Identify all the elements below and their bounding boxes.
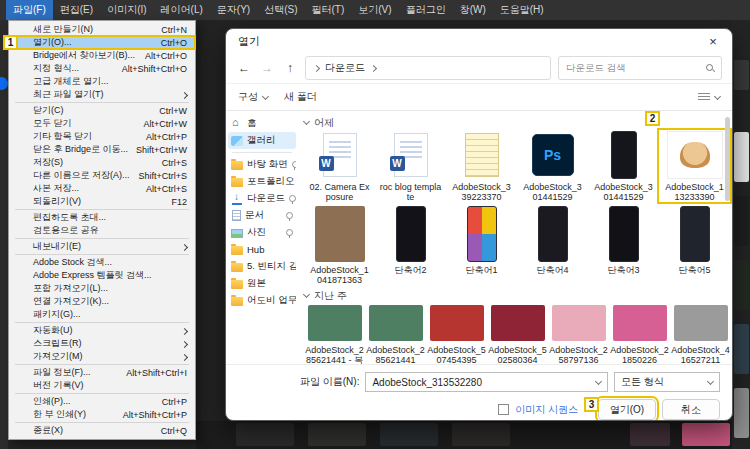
file-tile[interactable]: AdobeStock_113233390 — [659, 130, 730, 202]
sidebar-item[interactable]: 바탕 화면 — [228, 156, 296, 173]
menu-item[interactable]: 포함 가져오기(L)... — [9, 282, 195, 295]
menu-item[interactable] — [15, 209, 189, 210]
up-icon[interactable] — [282, 61, 298, 75]
menu-item[interactable]: 스크립트(R) — [9, 337, 195, 350]
menu-item[interactable]: Adobe Stock 검색... — [9, 256, 195, 269]
menubar-item[interactable]: 레이어(L) — [154, 0, 210, 20]
file-tile[interactable]: 단축어1 — [446, 205, 517, 285]
group-header-last-week[interactable]: 지난 주 — [304, 288, 724, 303]
sidebar-item[interactable]: 5. 빈티지 감지 파 — [228, 258, 296, 275]
menu-item[interactable] — [15, 102, 189, 103]
menu-item[interactable]: 최근 파일 열기(T) — [9, 88, 195, 101]
file-tile[interactable]: AdobeStock_507454395 — [426, 303, 487, 365]
open-button[interactable]: 열기(O) — [598, 399, 656, 420]
menu-item[interactable]: 닫은 후 Bridge로 이동... Shift+Ctrl+W — [9, 143, 195, 156]
file-tile[interactable]: AdobeStock_285621441 - 복사본 — [304, 303, 365, 365]
menu-item[interactable]: 검토용으로 공유 — [9, 224, 195, 237]
sidebar-item[interactable]: 어도비 업무 — [228, 292, 296, 309]
menu-item[interactable]: 기타 항목 닫기 Alt+Ctrl+P — [9, 130, 195, 143]
menu-item[interactable]: 종료(X) Ctrl+Q — [9, 424, 195, 437]
menu-item[interactable]: 열기(O)... Ctrl+O — [9, 36, 195, 49]
filetype-select[interactable]: 모든 형식 — [614, 372, 720, 392]
gallery-icon — [231, 136, 243, 146]
file-tile[interactable]: roc blog template — [375, 130, 446, 202]
menu-item[interactable]: 새로 만들기(N) Ctrl+N — [9, 23, 195, 36]
menu-item[interactable]: 되돌리기(V) F12 — [9, 195, 195, 208]
sidebar-item[interactable]: 홈 — [228, 115, 296, 132]
menu-item[interactable] — [15, 322, 189, 323]
menubar-item[interactable]: 플러그인 — [399, 0, 453, 20]
file-tile[interactable]: 02. Camera Exposure — [304, 130, 375, 202]
menubar-item[interactable]: 편집(E) — [53, 0, 100, 20]
menu-item[interactable]: 모두 닫기 Alt+Ctrl+W — [9, 117, 195, 130]
forward-icon[interactable] — [259, 61, 275, 75]
menu-item[interactable]: 연결 가져오기(K)... — [9, 295, 195, 308]
menu-item[interactable]: 가져오기(M) — [9, 350, 195, 363]
menu-item[interactable]: 고급 개체로 열기... — [9, 75, 195, 88]
menu-item[interactable]: 저장(S) Ctrl+S — [9, 156, 195, 169]
menubar-item[interactable]: 문자(Y) — [210, 0, 257, 20]
sidebar-item[interactable]: 다운로드 — [228, 190, 296, 207]
file-tile[interactable]: 단축어3 — [588, 205, 659, 285]
scrollbar[interactable] — [725, 117, 730, 201]
menu-item[interactable] — [15, 254, 189, 255]
menu-item[interactable] — [15, 422, 189, 423]
menu-item[interactable]: 버전 기록(V) — [9, 379, 195, 392]
menu-item[interactable]: 한 부 인쇄(Y) Alt+Shift+Ctrl+P — [9, 408, 195, 421]
file-tile[interactable]: AdobeStock_285621441 — [365, 303, 426, 365]
file-tile[interactable]: AdobeStock_258797136 — [548, 303, 609, 365]
menu-item[interactable]: 사본 저장... Alt+Ctrl+S — [9, 182, 195, 195]
menubar-item[interactable]: 창(W) — [453, 0, 493, 20]
file-tile[interactable]: AdobeStock_502580364 — [487, 303, 548, 365]
menu-item[interactable] — [15, 393, 189, 394]
menubar-item[interactable]: 보기(V) — [351, 0, 398, 20]
file-tile[interactable]: AdobeStock_339223370 — [446, 130, 517, 202]
sidebar-item[interactable]: 갤러리 — [228, 132, 296, 149]
menubar-item[interactable]: 도움말(H) — [493, 0, 551, 20]
file-tile[interactable]: AdobeStock_416527211 — [670, 303, 731, 365]
file-tile[interactable]: 단축어2 — [375, 205, 446, 285]
group-header-yesterday[interactable]: 어제 — [304, 115, 724, 130]
file-tile[interactable]: AdobeStock_1041871363 — [304, 205, 375, 285]
new-folder-button[interactable]: 새 폴더 — [284, 90, 317, 104]
close-icon[interactable] — [694, 29, 732, 53]
menu-item[interactable] — [15, 238, 189, 239]
breadcrumb-folder[interactable]: 다운로드 — [325, 61, 365, 75]
sidebar-item[interactable]: Hub — [228, 241, 296, 258]
menu-item[interactable]: 인쇄(P)... Ctrl+P — [9, 395, 195, 408]
file-tile[interactable]: 단축어4 — [517, 205, 588, 285]
file-tile[interactable]: 단축어5 — [659, 205, 730, 285]
breadcrumb[interactable]: 다운로드 — [305, 56, 551, 80]
sidebar-item[interactable]: 사진 — [228, 224, 296, 241]
menu-item[interactable]: Adobe Express 템플릿 검색... — [9, 269, 195, 282]
menubar-item[interactable]: 이미지(I) — [100, 0, 153, 20]
menu-item[interactable]: 편집하도록 초대... — [9, 211, 195, 224]
menubar-item[interactable]: 필터(T) — [305, 0, 352, 20]
menu-item[interactable]: Bridge에서 찾아보기(B)... Alt+Ctrl+O — [9, 49, 195, 62]
sidebar-item[interactable]: 포트폴리오 — [228, 173, 296, 190]
image-sequence-checkbox[interactable] — [498, 404, 509, 415]
file-tile[interactable]: AdobeStock_21850226 — [609, 303, 670, 365]
sidebar-item[interactable]: 원본 — [228, 275, 296, 292]
view-options-button[interactable] — [698, 93, 720, 102]
back-icon[interactable] — [236, 61, 252, 75]
menu-item[interactable]: 파일 정보(F)... Alt+Shift+Ctrl+I — [9, 366, 195, 379]
sidebar-item[interactable] — [232, 152, 292, 153]
menu-item[interactable] — [15, 364, 189, 365]
menu-item[interactable]: 자동화(U) — [9, 324, 195, 337]
menu-item[interactable]: 지정 형식... Alt+Shift+Ctrl+O — [9, 62, 195, 75]
menubar-item[interactable]: 선택(S) — [257, 0, 304, 20]
organize-button[interactable]: 구성 — [238, 90, 268, 104]
file-tile[interactable]: AdobeStock_301441529 — [517, 130, 588, 202]
sidebar-item-label: 5. 빈티지 감지 파 — [247, 260, 296, 273]
menu-item[interactable]: 내보내기(E) — [9, 240, 195, 253]
menu-item[interactable]: 패키지(G)... — [9, 308, 195, 321]
sidebar-item[interactable]: 문서 — [228, 207, 296, 224]
menu-item[interactable]: 다른 이름으로 저장(A)... Shift+Ctrl+S — [9, 169, 195, 182]
menubar-item[interactable]: 파일(F) — [6, 0, 53, 20]
file-tile[interactable]: AdobeStock_301441529 — [588, 130, 659, 202]
filename-input[interactable]: AdobeStock_313532280 — [365, 372, 608, 392]
search-input[interactable]: 다운로드 검색 — [558, 56, 722, 80]
menu-item[interactable]: 닫기(C) Ctrl+W — [9, 104, 195, 117]
cancel-button[interactable]: 취소 — [662, 399, 720, 420]
